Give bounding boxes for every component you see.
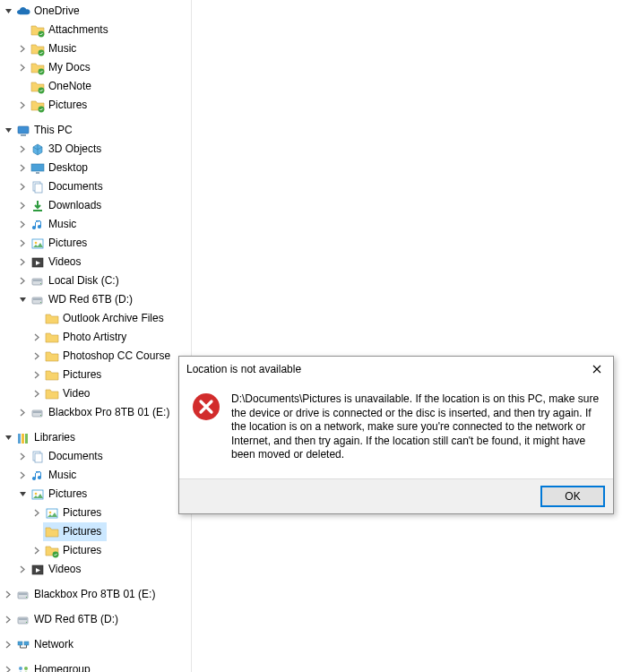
chevron-right-icon[interactable] bbox=[16, 181, 29, 194]
chevron-right-icon[interactable] bbox=[16, 143, 29, 156]
chevron-right-icon[interactable] bbox=[2, 664, 14, 673]
svg-point-30 bbox=[35, 492, 38, 495]
tree-item[interactable]: 3D Objects bbox=[0, 140, 191, 159]
tree-item[interactable]: Pictures bbox=[0, 522, 191, 541]
chevron-right-icon[interactable] bbox=[16, 237, 29, 250]
tree-item[interactable]: Outlook Archive Files bbox=[0, 309, 191, 328]
chevron-down-icon[interactable] bbox=[2, 432, 14, 444]
chevron-right-icon[interactable] bbox=[16, 451, 29, 463]
content-pane bbox=[191, 0, 622, 672]
tree-item[interactable]: Videos bbox=[0, 253, 191, 271]
tree-item[interactable]: WD Red 6TB (D:) bbox=[0, 610, 191, 629]
chevron-right-icon[interactable] bbox=[2, 614, 14, 626]
folder-sync-icon bbox=[45, 544, 59, 558]
svg-rect-16 bbox=[33, 280, 41, 281]
tree-item[interactable]: Pictures bbox=[0, 485, 191, 504]
chevron-right-icon[interactable] bbox=[16, 407, 29, 419]
tree-item[interactable]: Music bbox=[0, 466, 191, 485]
ok-button[interactable]: OK bbox=[541, 487, 604, 506]
chevron-right-icon[interactable] bbox=[16, 99, 29, 112]
svg-point-13 bbox=[35, 241, 38, 244]
tree-item[interactable]: My Docs bbox=[0, 58, 191, 77]
chevron-down-icon[interactable] bbox=[16, 488, 29, 501]
tree-item[interactable]: Local Disk (C:) bbox=[0, 271, 191, 290]
tree-item[interactable]: Attachments bbox=[0, 21, 191, 39]
chevron-right-icon[interactable] bbox=[30, 388, 43, 401]
tree-item-label: Pictures bbox=[63, 504, 101, 522]
chevron-right-icon[interactable] bbox=[2, 589, 14, 601]
chevron-right-icon[interactable] bbox=[30, 332, 43, 344]
close-icon[interactable] bbox=[586, 360, 608, 378]
tree-item-label: Outlook Archive Files bbox=[63, 309, 164, 328]
svg-rect-8 bbox=[36, 172, 39, 174]
chevron-right-icon[interactable] bbox=[16, 219, 29, 231]
chevron-right-icon[interactable] bbox=[30, 545, 43, 557]
error-dialog: Location is not available D:\Documents\P… bbox=[178, 356, 614, 514]
chevron-down-icon[interactable] bbox=[16, 294, 29, 306]
tree-item[interactable]: Downloads bbox=[0, 196, 191, 215]
pc-icon bbox=[16, 124, 30, 138]
tree-item[interactable]: Documents bbox=[0, 447, 191, 466]
tree-item[interactable]: OneDrive bbox=[0, 2, 191, 21]
tree-item[interactable]: Libraries bbox=[0, 428, 191, 447]
tree-item[interactable]: WD Red 6TB (D:) bbox=[0, 290, 191, 309]
svg-rect-39 bbox=[19, 618, 27, 620]
chevron-right-icon[interactable] bbox=[16, 62, 29, 74]
chevron-right-icon[interactable] bbox=[16, 256, 29, 269]
tree-item-label: This PC bbox=[34, 121, 73, 140]
svg-rect-25 bbox=[22, 434, 24, 444]
tree-item-label: Network bbox=[34, 635, 73, 654]
chevron-right-icon[interactable] bbox=[16, 162, 29, 175]
chevron-right-icon[interactable] bbox=[30, 369, 43, 382]
tree-item[interactable]: Pictures bbox=[0, 541, 191, 560]
svg-rect-22 bbox=[33, 411, 41, 413]
chevron-right-icon[interactable] bbox=[30, 350, 43, 363]
lib-videos-icon bbox=[30, 563, 45, 577]
chevron-right-icon[interactable] bbox=[2, 639, 14, 651]
tree-item[interactable]: Music bbox=[0, 215, 191, 234]
libraries-icon bbox=[16, 431, 30, 445]
svg-point-44 bbox=[24, 667, 28, 670]
tree-item[interactable]: Videos bbox=[0, 560, 191, 579]
chevron-down-icon[interactable] bbox=[2, 5, 14, 18]
tree-item[interactable]: Photoshop CC Course bbox=[0, 347, 191, 366]
tree-item[interactable]: Blackbox Pro 8TB 01 (E:) bbox=[0, 585, 191, 604]
tree-item[interactable]: Pictures bbox=[0, 504, 191, 522]
chevron-right-icon[interactable] bbox=[16, 470, 29, 482]
tree-item[interactable]: This PC bbox=[0, 121, 191, 140]
svg-point-43 bbox=[19, 667, 22, 670]
chevron-right-icon[interactable] bbox=[16, 564, 29, 576]
tree-item[interactable]: OneNote bbox=[0, 77, 191, 96]
folder-icon bbox=[45, 525, 59, 539]
chevron-down-icon[interactable] bbox=[2, 125, 14, 137]
tree-item-label: Downloads bbox=[48, 196, 101, 215]
tree-item[interactable]: Music bbox=[0, 39, 191, 58]
svg-point-17 bbox=[40, 282, 41, 283]
chevron-right-icon[interactable] bbox=[30, 507, 43, 520]
homegroup-icon bbox=[16, 663, 30, 673]
tree-item[interactable]: Photo Artistry bbox=[0, 328, 191, 347]
folder-sync-icon bbox=[30, 99, 45, 113]
folder-sync-icon bbox=[30, 42, 45, 56]
chevron-right-icon[interactable] bbox=[16, 275, 29, 288]
pictures-icon bbox=[45, 506, 59, 521]
disk-icon bbox=[16, 588, 30, 602]
tree-item[interactable]: Video bbox=[0, 384, 191, 403]
navigation-tree[interactable]: OneDriveAttachmentsMusicMy DocsOneNotePi… bbox=[0, 0, 191, 672]
tree-item[interactable]: Desktop bbox=[0, 159, 191, 177]
tree-item-label: Pictures bbox=[48, 234, 87, 253]
chevron-right-icon[interactable] bbox=[16, 200, 29, 212]
dialog-titlebar: Location is not available bbox=[179, 357, 613, 382]
tree-item[interactable]: Blackbox Pro 8TB 01 (E:) bbox=[0, 403, 191, 422]
tree-item[interactable]: Pictures bbox=[0, 234, 191, 253]
chevron-right-icon[interactable] bbox=[16, 43, 29, 56]
tree-item-label: OneDrive bbox=[34, 2, 80, 21]
tree-item[interactable]: Homegroup bbox=[0, 660, 191, 672]
tree-item[interactable]: Documents bbox=[0, 177, 191, 196]
tree-item[interactable]: Pictures bbox=[0, 96, 191, 115]
tree-item[interactable]: Network bbox=[0, 635, 191, 654]
tree-item[interactable]: Pictures bbox=[0, 366, 191, 384]
svg-rect-42 bbox=[24, 642, 29, 645]
svg-point-23 bbox=[40, 414, 41, 415]
svg-point-40 bbox=[26, 621, 27, 622]
